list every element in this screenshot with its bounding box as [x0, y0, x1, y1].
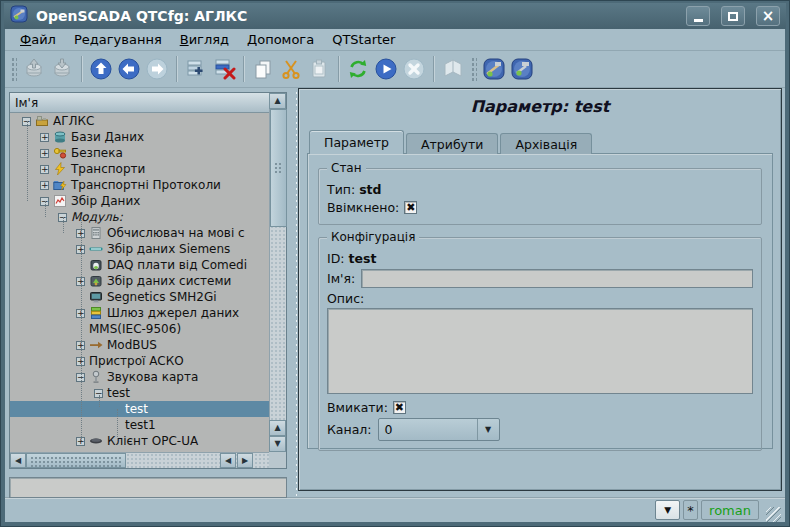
tree-item-транспорти[interactable]: +Транспорти: [10, 161, 269, 177]
resize-grip[interactable]: [766, 507, 781, 522]
menu-item-вигляд[interactable]: Вигляд: [171, 30, 238, 49]
status-dropdown-button[interactable]: ▼: [655, 500, 680, 520]
tree-item-label: test: [107, 386, 130, 400]
tree-item-label: Транспорти: [71, 162, 145, 176]
id-label: ID:: [327, 251, 345, 266]
nav-back-button[interactable]: [115, 55, 143, 83]
tree-item-daq-плати-від-comedi[interactable]: DAQ плати від Comedi: [10, 257, 269, 273]
qtstarter-config-button[interactable]: [480, 55, 508, 83]
enabled-checkbox[interactable]: ✖: [404, 201, 417, 214]
enable-checkbox[interactable]: ✖: [393, 401, 406, 414]
tree-header[interactable]: Ім'я: [10, 93, 269, 113]
tab-архівація[interactable]: Архівація: [500, 133, 592, 154]
type-label: Тип:: [327, 182, 355, 197]
vertical-scroll-thumb[interactable]: [270, 109, 287, 227]
tree-item-аглкс[interactable]: −АГЛКС: [10, 113, 269, 129]
tree-item-label: ModBUS: [107, 338, 157, 352]
tree-item-безпека[interactable]: +Безпека: [10, 145, 269, 161]
menu-item-допомога[interactable]: Допомога: [238, 30, 323, 49]
title-bar[interactable]: OpenSCADA QTCfg: АГЛКС ×: [4, 3, 786, 29]
expand-icon[interactable]: +: [40, 165, 49, 174]
scroll-up-button[interactable]: ▲: [269, 93, 286, 109]
tree-item-шлюз-джерел-даних[interactable]: +Шлюз джерел даних: [10, 305, 269, 321]
state-group-title: Стан: [327, 161, 366, 175]
tab-параметр[interactable]: Параметр: [309, 130, 404, 154]
pane-splitter[interactable]: [289, 88, 298, 497]
toolbar-separator: [338, 56, 339, 82]
tree-item-клієнт-opc-ua[interactable]: +Клієнт OPC-UA: [10, 433, 269, 449]
tree-item-test[interactable]: test: [10, 401, 269, 417]
tree-item-транспортні-протоколи[interactable]: +Транспортні Протоколи: [10, 177, 269, 193]
tree-item-пристрої-аско[interactable]: +Пристрої АСКО: [10, 353, 269, 369]
scroll-up-button-2[interactable]: ▲: [269, 420, 286, 436]
refresh-button[interactable]: [344, 55, 372, 83]
horizontal-scrollbar[interactable]: ◀ ◀ ▶: [10, 452, 269, 468]
cut-button[interactable]: [277, 55, 305, 83]
nav-up-button[interactable]: [87, 55, 115, 83]
tab-panel: Стан Тип: std Ввімкнено: ✖ Конфігурація: [307, 153, 773, 449]
menu-item-файл[interactable]: Файл: [11, 30, 65, 49]
thumb-grip: [30, 456, 122, 467]
menu-item-qtstarter[interactable]: QTStarter: [323, 30, 404, 49]
database-icon: [53, 130, 67, 144]
db-load-button: [20, 55, 48, 83]
scroll-left-button-2[interactable]: ◀: [220, 453, 236, 468]
toolbar-drag-handle[interactable]: [470, 56, 477, 82]
tree-item-збір-даних-siemens[interactable]: +Збір даних Siemens: [10, 241, 269, 257]
comedi-icon: [89, 258, 103, 272]
tree-item-modbus[interactable]: +ModBUS: [10, 337, 269, 353]
tree-item-label: Збір Даних: [71, 194, 140, 208]
security-key-icon: [53, 146, 67, 160]
desc-textarea[interactable]: [327, 308, 753, 394]
channel-value: 0: [379, 422, 477, 437]
tree-guide: [27, 121, 28, 201]
expand-icon[interactable]: +: [40, 133, 49, 142]
scroll-left-button[interactable]: ◀: [10, 453, 26, 468]
status-star-button[interactable]: *: [683, 500, 698, 520]
tree-item-бази-даних[interactable]: +Бази Даних: [10, 129, 269, 145]
current-user-badge: roman: [701, 500, 759, 520]
tree-filter-input[interactable]: [9, 477, 287, 498]
lightning-icon: [53, 162, 67, 176]
close-button[interactable]: ×: [756, 6, 780, 26]
item-add-button[interactable]: [182, 55, 210, 83]
tree-item-segnetics-smh2gi[interactable]: Segnetics SMH2Gi: [10, 289, 269, 305]
tree-body: −АГЛКС+Бази Даних+Безпека+Транспорти+Тра…: [10, 113, 269, 452]
expand-icon[interactable]: +: [40, 181, 49, 190]
tree-item-збір-даних-системи[interactable]: +Збір даних системи: [10, 273, 269, 289]
tree-item-модуль-[interactable]: −Модуль:: [10, 209, 269, 225]
tree-item-обчислювач-на-мові-с[interactable]: +Обчислювач на мові с: [10, 225, 269, 241]
minimize-icon: [694, 19, 703, 22]
tree-item-mms-iec-9506-[interactable]: MMS(IEC-9506): [10, 321, 269, 337]
start-button[interactable]: [372, 55, 400, 83]
tree-item-збір-даних[interactable]: −Збір Даних: [10, 193, 269, 209]
page-title: Параметр: test: [307, 97, 773, 116]
toolbar-separator: [81, 56, 82, 82]
state-groupbox: Стан Тип: std Ввімкнено: ✖: [318, 168, 762, 225]
channel-combobox[interactable]: 0 ▼: [378, 418, 500, 441]
name-input[interactable]: [361, 269, 753, 288]
expand-icon[interactable]: +: [40, 149, 49, 158]
paste-button: [305, 55, 333, 83]
toolbar-separator: [243, 56, 244, 82]
tree-item-звукова-карта[interactable]: −Звукова карта: [10, 369, 269, 385]
tree-item-test1[interactable]: test1: [10, 417, 269, 433]
tab-атрибути[interactable]: Атрибути: [406, 133, 498, 154]
app-icon: [10, 5, 28, 27]
scroll-down-button[interactable]: ▼: [269, 436, 286, 452]
copy-button[interactable]: [249, 55, 277, 83]
item-delete-button[interactable]: [210, 55, 238, 83]
vertical-scrollbar[interactable]: ▲ ▲ ▼: [269, 93, 286, 452]
tree-item-test[interactable]: −test: [10, 385, 269, 401]
maximize-button[interactable]: [721, 6, 745, 26]
minimize-button[interactable]: [686, 6, 710, 26]
horizontal-scroll-thumb[interactable]: [26, 453, 126, 468]
qtstarter-tools-button[interactable]: [508, 55, 536, 83]
scroll-right-button[interactable]: ▶: [237, 453, 253, 468]
menu-item-редагування[interactable]: Редагування: [65, 30, 171, 49]
tree-item-label: Збір даних системи: [107, 274, 231, 288]
tree-guide: [45, 201, 46, 217]
toolbar-drag-handle[interactable]: [10, 56, 17, 82]
channel-row: Канал: 0 ▼: [327, 418, 753, 441]
tree-item-label: Segnetics SMH2Gi: [107, 290, 217, 304]
